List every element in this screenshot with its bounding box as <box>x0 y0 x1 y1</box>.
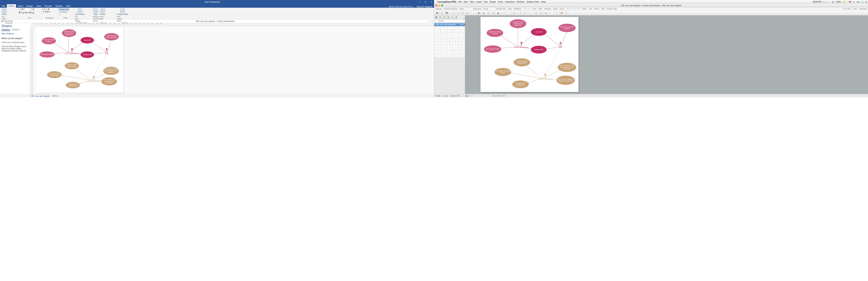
shape-cell[interactable]: ⬚ <box>459 33 464 38</box>
shape-cell[interactable]: ▭ <box>459 27 464 32</box>
menu-help[interactable]: Help <box>541 1 546 3</box>
stencils-tab[interactable]: STENCILS <box>2 29 10 31</box>
shape-cell[interactable]: 1 <box>447 51 452 56</box>
toolbar-icon[interactable]: 🔍 <box>440 11 444 15</box>
all-pages[interactable]: All ▾ ⊕ <box>53 95 58 97</box>
cut-button[interactable]: Cut <box>1 16 14 18</box>
shape-cell[interactable]: ☐ <box>453 51 458 56</box>
tab-home[interactable]: Home <box>7 4 16 8</box>
align-right-icon[interactable]: ≡ <box>46 8 47 10</box>
cd-uc-adu[interactable]: Add, Delete and modify Users <box>494 68 511 76</box>
toolbar-icon[interactable]: 💾 <box>444 11 449 15</box>
format-painter-button[interactable]: Format Painter <box>1 20 14 22</box>
zoom-select[interactable]: Custom 70% <box>450 95 460 97</box>
close-icon[interactable]: ✕ <box>428 1 434 3</box>
toolbar-icon[interactable]: 🎨 <box>559 11 564 15</box>
volume-icon[interactable]: 🔊 <box>832 1 834 3</box>
shape-cell[interactable]: ▭ <box>435 33 440 38</box>
menu-text[interactable]: Text <box>484 1 488 3</box>
tb-rulers[interactable]: Rulers <box>594 8 599 10</box>
shape-cell[interactable]: ⬚ <box>453 33 458 38</box>
lt-1[interactable]: ☗ <box>434 16 438 19</box>
tb-distribute[interactable]: Distribute <box>514 8 521 10</box>
uc-ade[interactable]: Add, Delete and Edit strain questions an… <box>103 67 119 75</box>
wifi-icon[interactable]: ⌔ <box>829 1 830 3</box>
copy-button[interactable]: Copy <box>1 18 14 20</box>
p4-icon[interactable]: ▾ <box>49 10 50 13</box>
toolbar-icon[interactable]: ≡ <box>502 11 506 15</box>
uc-adu[interactable]: Add, Delete and modify Users <box>47 71 62 78</box>
paste-button[interactable]: Paste <box>1 8 7 16</box>
shape-cell[interactable]: ⊟ <box>447 39 452 44</box>
shape-cell[interactable]: ⊟ <box>441 39 446 44</box>
cd-uc-logon[interactable]: Log on/off <box>531 28 547 36</box>
cd-actor-sysadmin[interactable]: System Administrator <box>514 42 529 48</box>
min-traffic-icon[interactable] <box>438 4 440 6</box>
canvas[interactable]: System Administrator User Project Admini… <box>465 16 868 94</box>
cd-uc-cup[interactable]: Change User's passwords <box>512 80 529 88</box>
tb-color[interactable]: Color <box>853 8 857 10</box>
spotlight-icon[interactable]: 🔍 <box>861 1 864 3</box>
lt-3[interactable]: ☰ <box>442 16 446 19</box>
connector-button[interactable]: Connector <box>59 11 68 13</box>
menu-window[interactable]: Window <box>517 1 524 3</box>
line-button[interactable]: Line <box>74 18 81 20</box>
pointer-tool-button[interactable]: Pointer Tool <box>59 8 69 11</box>
cd-uc-ade[interactable]: Add, Delete and Edit strain questions an… <box>558 63 576 72</box>
group-button[interactable]: Group <box>92 20 104 22</box>
nav-next-icon[interactable]: ▶ <box>446 95 447 97</box>
toolbar-icon[interactable]: ⊞ <box>465 11 470 15</box>
nav-prev-icon[interactable]: ◀ <box>443 95 444 97</box>
actor-user[interactable]: User <box>105 48 108 54</box>
uc-edp[interactable]: Edit Default Project <box>39 51 55 58</box>
toolbar-icon[interactable]: ⟳ <box>523 11 527 15</box>
tb-align[interactable]: Align <box>508 8 512 10</box>
tb-direct[interactable]: Direct <box>560 8 564 10</box>
toolbar-icon[interactable]: ▦ <box>476 11 481 15</box>
toolbar-icon[interactable]: ⊞ <box>544 11 548 15</box>
layers-button[interactable]: Layers <box>116 18 122 20</box>
close-traffic-icon[interactable] <box>435 4 437 6</box>
cd-uc-cdproj[interactable]: Create and Delete Projects <box>487 29 503 37</box>
tab-review[interactable]: Review <box>54 4 64 8</box>
send-back-button[interactable]: Send to Back <box>92 18 104 20</box>
menu-edit[interactable]: Edit <box>464 1 468 3</box>
tell-me-input[interactable]: Tell me what you want to do... <box>388 6 415 8</box>
shape-cell[interactable]: ⬭ <box>435 27 440 32</box>
toolbar-icon[interactable]: ◫ <box>491 11 495 15</box>
shape-cell[interactable]: ⊡ <box>435 51 440 56</box>
font-size-select[interactable]: 12pt <box>31 8 38 11</box>
tb-identical[interactable]: Identical <box>544 8 551 10</box>
shape-cell[interactable]: ▭ <box>447 33 452 38</box>
uc-cdproj[interactable]: Create and Delete Projects <box>42 37 56 44</box>
cd-uc-chpw[interactable]: Change Project Administrator's passwords <box>510 19 526 28</box>
shape-cell[interactable]: ▭ <box>441 33 446 38</box>
flag-icon[interactable]: 🇺🇸 <box>849 1 851 3</box>
page-tab[interactable]: UML use case diagram <box>29 95 52 97</box>
align-left-icon[interactable]: ≡ <box>43 8 44 10</box>
tb-group[interactable]: Group <box>483 8 488 10</box>
toolbar-icon[interactable]: ╳ <box>539 11 543 15</box>
menu-solution-park[interactable]: Solution Park <box>526 1 539 3</box>
lt-5[interactable]: ✎ <box>450 16 454 19</box>
notif-icon[interactable]: ☰ <box>865 1 867 3</box>
uc-chpw[interactable]: Change Project Administrator's passwords <box>62 29 76 37</box>
actor-projadmin[interactable]: Project Administrator <box>87 76 101 82</box>
effects-button[interactable]: Effects <box>74 20 81 22</box>
maximize-icon[interactable]: ▢ <box>423 1 428 3</box>
shape-cell[interactable]: ⊞ <box>453 39 458 44</box>
tb-browse[interactable]: Browse Solutions <box>444 8 458 10</box>
font-family-select[interactable]: Calibri <box>19 8 30 11</box>
bold-button[interactable]: B <box>19 11 20 14</box>
shape-cell[interactable]: ⚇ <box>447 27 452 32</box>
zoom-in-icon[interactable]: + <box>472 95 473 97</box>
toolbar-icon[interactable]: ⊡ <box>512 11 516 15</box>
actor-sysadmin[interactable]: System Administrator <box>65 48 80 54</box>
tray-icon-1[interactable]: ⎋ <box>824 1 825 3</box>
toolbar-icon[interactable]: ⊟ <box>486 11 490 15</box>
uc-logon[interactable]: Log on/off <box>81 37 94 44</box>
cd-uc-edp[interactable]: Edit Default Project <box>484 46 501 53</box>
menu-view[interactable]: View <box>470 1 474 3</box>
cd-actor-user[interactable]: User <box>559 42 562 48</box>
toolbar-icon[interactable]: ↷ <box>451 11 455 15</box>
